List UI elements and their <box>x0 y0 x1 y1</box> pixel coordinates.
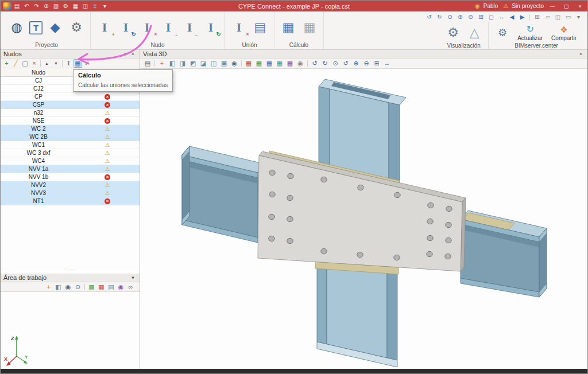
project-status-chip[interactable]: ⚠ Sin proyecto <box>501 2 544 10</box>
node-import-icon[interactable]: I→ <box>160 19 177 36</box>
node-row-WC1[interactable]: WC1⚠ <box>1 141 140 149</box>
orbit-left-icon[interactable]: ↺ <box>425 13 434 21</box>
rotate-right-icon[interactable]: ↻ <box>320 59 330 68</box>
panel-resize-grip[interactable]: ···· <box>1 267 140 272</box>
workplane-icon[interactable]: ▱ <box>543 13 552 21</box>
node-export-icon[interactable]: I← <box>181 19 198 36</box>
node-edit-icon[interactable]: I↻ <box>117 19 134 36</box>
right-beam[interactable] <box>461 211 547 297</box>
more-icon[interactable]: ▾ <box>100 2 109 10</box>
close-view-icon[interactable]: × <box>577 50 585 57</box>
model-icon[interactable]: ◆ <box>47 19 64 36</box>
zoom-out-icon[interactable]: ⊖ <box>362 59 371 68</box>
undo-icon[interactable]: ↶ <box>22 2 31 10</box>
node-row-NVV3[interactable]: NVV3⚠ <box>1 189 140 197</box>
print-icon[interactable]: ▥ <box>52 2 60 10</box>
collapse-area-icon[interactable]: ▾ <box>129 274 137 281</box>
mesh-green-icon[interactable]: ▦ <box>254 59 264 68</box>
move-down-icon[interactable]: ▼ <box>52 59 60 68</box>
view-front-icon[interactable]: ◧ <box>168 59 177 68</box>
view-next-icon[interactable]: ▶ <box>518 13 527 21</box>
calculate-all-icon[interactable]: ▦ <box>301 19 318 36</box>
zoom-extents-icon[interactable]: ⊞ <box>477 13 485 21</box>
text-editor-icon[interactable]: T <box>29 21 42 34</box>
plumb-figure-icon[interactable]: + <box>157 59 167 68</box>
bottom-column[interactable] <box>317 262 397 367</box>
node-row-NVV2[interactable]: NVV2⚠ <box>1 181 140 189</box>
view-iso-icon[interactable]: ▣ <box>219 59 229 68</box>
copy-icon[interactable]: ▢ <box>21 59 29 68</box>
bim-settings-icon[interactable]: ⚙ <box>494 24 511 41</box>
windows-icon[interactable]: ◫ <box>81 2 90 10</box>
settings-icon[interactable]: ⚙ <box>61 2 70 10</box>
pan-icon[interactable]: ↔ <box>497 13 506 21</box>
mesh-red-icon[interactable]: ▦ <box>97 283 106 291</box>
column-header-nudo[interactable]: Nudo <box>1 69 76 76</box>
calculate-icon[interactable]: ▦ <box>280 19 297 36</box>
node-row-WC 2B[interactable]: WC 2B⚠ <box>1 133 140 141</box>
visibility-icon[interactable]: ◉ <box>64 283 72 291</box>
calculator-icon[interactable]: ▦ <box>71 2 80 10</box>
node-row-NVV 1b[interactable]: NVV 1b× <box>1 173 140 181</box>
options-icon[interactable]: ⚙ <box>68 19 85 36</box>
visibility-icon[interactable]: ◉ <box>230 59 239 68</box>
layers-icon[interactable]: ▤ <box>143 59 152 68</box>
zoom-icon[interactable]: ⊕ <box>42 2 51 10</box>
list-icon[interactable]: ≡ <box>91 2 99 10</box>
view-previous-icon[interactable]: ◀ <box>508 13 516 21</box>
user-chip[interactable]: ◉ Pablo <box>473 2 498 10</box>
project-warning-icon[interactable]: ⚠ <box>501 2 510 10</box>
maximize-button[interactable]: ▢ <box>561 2 571 10</box>
node-row-WC 3 dxf[interactable]: WC 3 dxf⚠ <box>1 149 140 157</box>
left-beam[interactable] <box>182 146 265 243</box>
node-new-icon[interactable]: I+ <box>96 19 113 36</box>
render-style-icon[interactable]: △ <box>466 24 483 41</box>
mesh-teal-icon[interactable]: ▦ <box>275 59 284 68</box>
more-views-icon[interactable]: ▾ <box>574 13 583 21</box>
zoom-in-icon[interactable]: ⊕ <box>351 59 361 68</box>
cype-logo-icon[interactable] <box>3 2 11 10</box>
spin-icon[interactable]: ↺ <box>341 59 350 68</box>
collapse-icon[interactable]: ▾ <box>122 50 129 57</box>
globe-icon[interactable]: ◍ <box>8 19 25 36</box>
layers-icon[interactable]: ▤ <box>107 283 115 291</box>
union-report-icon[interactable]: ▤ <box>252 19 269 36</box>
orbit-free-icon[interactable]: ⊙ <box>446 13 454 21</box>
compartir-icon[interactable]: ❖ <box>558 24 570 34</box>
node-row-NSE[interactable]: NSE× <box>1 117 140 125</box>
node-row-WC4[interactable]: WC4⚠ <box>1 157 140 165</box>
close-button[interactable]: × <box>575 2 585 10</box>
node-delete-icon[interactable]: I× <box>138 19 156 36</box>
mesh-red-icon[interactable]: ▦ <box>244 59 253 68</box>
visibility-all-icon[interactable]: ◉ <box>296 59 305 68</box>
node-row-CP[interactable]: CP× <box>1 93 140 101</box>
viewport-3d[interactable] <box>140 69 587 369</box>
view-back-icon[interactable]: ◨ <box>178 59 187 68</box>
zoom-window-icon[interactable]: ◻ <box>487 13 496 21</box>
mesh-blue-icon[interactable]: ▦ <box>265 59 274 68</box>
close-panel-icon[interactable]: × <box>129 50 137 57</box>
add-icon[interactable]: + <box>2 59 11 68</box>
mesh-green-icon[interactable]: ▦ <box>87 283 96 291</box>
redo-icon[interactable]: ↷ <box>32 2 41 10</box>
actualizar-icon[interactable]: ↻ <box>524 24 536 34</box>
display-config-icon[interactable]: ⚙ <box>444 24 462 41</box>
zoom-in-icon[interactable]: ⊕ <box>456 13 465 21</box>
plumb-figure-icon[interactable]: + <box>44 283 53 291</box>
zoom-out-icon[interactable]: ⊖ <box>466 13 475 21</box>
view-right-icon[interactable]: ◪ <box>199 59 208 68</box>
verify-icon[interactable]: ✓ <box>83 59 91 68</box>
union-check-icon[interactable]: I× <box>230 19 247 36</box>
nodes-icon[interactable]: I <box>64 59 73 68</box>
node-row-CSP[interactable]: CSP× <box>1 101 140 109</box>
steel-connection-model[interactable] <box>140 69 587 369</box>
delete-icon[interactable]: × <box>30 59 38 68</box>
zoom-extents-icon[interactable]: ⊞ <box>372 59 381 68</box>
compartir-button[interactable]: ❖ Compartir <box>549 24 579 41</box>
orbit-icon[interactable]: ⊙ <box>331 59 340 68</box>
node-sync-icon[interactable]: I↻ <box>202 19 219 36</box>
move-up-icon[interactable]: ▲ <box>42 59 51 68</box>
user-icon[interactable]: ◉ <box>473 2 482 10</box>
ortho-icon[interactable]: ▭ <box>564 13 572 21</box>
grid-icon[interactable]: ⊞ <box>533 13 541 21</box>
